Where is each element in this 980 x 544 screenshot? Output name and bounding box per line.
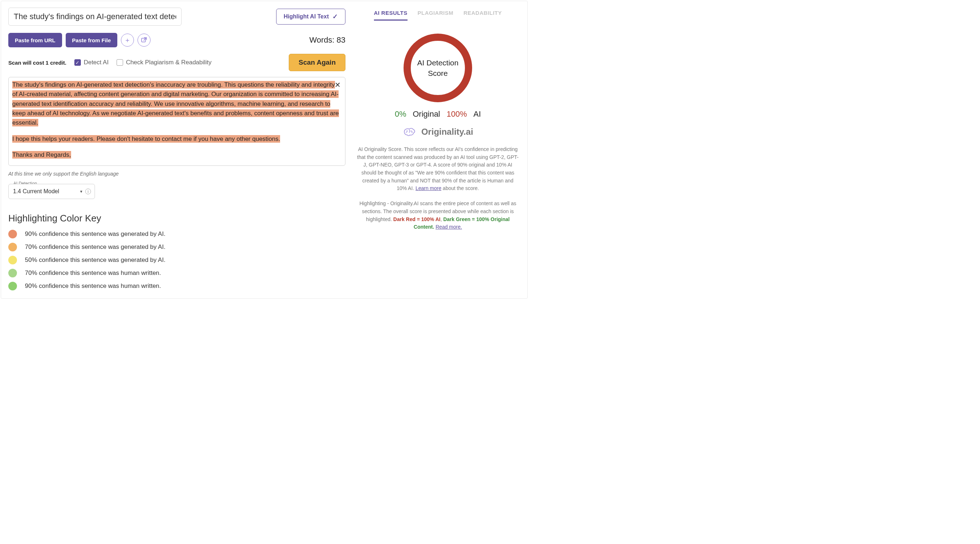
content-textarea[interactable]: ✕ The study's findings on AI-generated t…	[8, 77, 345, 166]
language-note: At this time we only support the English…	[8, 171, 345, 177]
score-desc-a: AI Originality Score. This score reflect…	[357, 146, 519, 191]
model-select[interactable]: 1.4 Current Model ▾ i	[8, 184, 95, 199]
highlight-ai-text-label: Highlight AI Text	[284, 13, 329, 20]
word-count-label: Words:	[309, 35, 334, 45]
content-paragraph-1: The study's findings on AI-generated tex…	[12, 80, 342, 128]
checkbox-unchecked-icon	[116, 59, 123, 66]
svg-rect-0	[142, 38, 145, 42]
paragraph-gap	[12, 144, 342, 150]
brand-line: Originality.ai	[402, 127, 473, 137]
learn-more-link[interactable]: Learn more	[415, 185, 441, 191]
highlight-ai-text-button[interactable]: Highlight AI Text ✓	[276, 9, 345, 25]
score-description: AI Originality Score. This score reflect…	[356, 145, 520, 193]
check-plag-checkbox[interactable]: Check Plagiarism & Readability	[116, 59, 212, 66]
title-row: Highlight AI Text ✓	[8, 8, 345, 26]
close-icon: ✕	[335, 80, 341, 91]
original-percent: 0%	[395, 110, 406, 119]
swatch-orange-icon	[8, 243, 17, 251]
color-key-item: 90% confidence this sentence was human w…	[8, 282, 345, 290]
color-key-item: 70% confidence this sentence was human w…	[8, 269, 345, 278]
credit-cost: Scan will cost 1 credit.	[8, 60, 67, 66]
paste-from-url-button[interactable]: Paste from URL	[8, 33, 62, 47]
dark-red-label: Dark Red = 100% AI	[393, 216, 441, 222]
read-more-link[interactable]: Read more.	[436, 224, 462, 230]
content-paragraph-3: Thanks and Regards,	[12, 150, 342, 160]
color-key-item: 90% confidence this sentence was generat…	[8, 230, 345, 238]
highlighted-text: Thanks and Regards,	[12, 151, 71, 159]
tab-ai-results[interactable]: AI RESULTS	[374, 10, 407, 21]
color-key-list: 90% confidence this sentence was generat…	[8, 230, 345, 290]
clear-content-button[interactable]: ✕	[333, 80, 342, 89]
word-count-value: 83	[337, 35, 345, 45]
color-key-text: 70% confidence this sentence was human w…	[25, 270, 161, 277]
score-line: 0% Original 100% AI	[395, 110, 481, 119]
swatch-green-icon	[8, 282, 17, 290]
toolbar-row: Paste from URL Paste from File ＋ Words: …	[8, 33, 345, 47]
score-ring-wrap: AI Detection Score 0% Original 100% AI O…	[356, 34, 520, 137]
add-button[interactable]: ＋	[121, 34, 134, 46]
detect-ai-label: Detect AI	[84, 59, 109, 66]
color-key-text: 50% confidence this sentence was generat…	[25, 257, 165, 264]
plus-icon: ＋	[124, 36, 130, 45]
ring-title-a: AI Detection	[417, 57, 458, 68]
ai-percent: 100%	[447, 110, 467, 119]
color-key-text: 70% confidence this sentence was generat…	[25, 244, 165, 251]
check-plag-label: Check Plagiarism & Readability	[126, 59, 212, 66]
detect-ai-checkbox[interactable]: Detect AI	[74, 59, 109, 66]
tab-readability[interactable]: READABILITY	[463, 10, 502, 21]
swatch-yellow-icon	[8, 256, 17, 265]
highlighted-text: I hope this helps your readers. Please d…	[12, 135, 280, 143]
paragraph-gap	[12, 128, 342, 134]
scan-again-button[interactable]: Scan Again	[289, 54, 345, 71]
result-tabs: AI RESULTS PLAGIARISM READABILITY	[356, 10, 520, 21]
model-select-value: 1.4 Current Model	[13, 188, 59, 195]
options-row: Scan will cost 1 credit. Detect AI Check…	[8, 54, 345, 71]
ring-title-b: Score	[417, 68, 458, 78]
score-desc-b: about the score.	[443, 185, 479, 191]
check-icon: ✓	[332, 13, 338, 21]
tab-plagiarism[interactable]: PLAGIARISM	[418, 10, 453, 21]
highlighting-description: Highlighting - Originality.AI scans the …	[356, 200, 520, 231]
right-panel: AI RESULTS PLAGIARISM READABILITY AI Det…	[354, 8, 520, 290]
title-input[interactable]	[8, 8, 181, 26]
chevron-down-icon: ▾	[80, 189, 82, 194]
export-button[interactable]	[137, 34, 151, 46]
color-key-text: 90% confidence this sentence was human w…	[25, 282, 161, 290]
model-select-wrap: AI Detection 1.4 Current Model ▾ i	[8, 184, 95, 199]
ai-detection-score-ring: AI Detection Score	[404, 34, 472, 102]
color-key-item: 50% confidence this sentence was generat…	[8, 256, 345, 265]
paste-from-file-button[interactable]: Paste from File	[66, 33, 118, 47]
brand-name: Originality.ai	[421, 127, 473, 137]
color-key-item: 70% confidence this sentence was generat…	[8, 243, 345, 251]
share-arrow-icon	[141, 37, 147, 43]
brain-icon	[402, 127, 417, 137]
info-icon[interactable]: i	[85, 188, 91, 194]
color-key-title: Highlighting Color Key	[8, 213, 345, 224]
left-panel: Highlight AI Text ✓ Paste from URL Paste…	[8, 8, 354, 290]
word-count: Words: 83	[309, 35, 345, 45]
color-key-text: 90% confidence this sentence was generat…	[25, 230, 165, 238]
app-root: Highlight AI Text ✓ Paste from URL Paste…	[1, 1, 528, 299]
original-label: Original	[412, 110, 440, 119]
swatch-light-green-icon	[8, 269, 17, 278]
checkbox-checked-icon	[74, 59, 81, 66]
ai-label: AI	[474, 110, 481, 119]
content-paragraph-2: I hope this helps your readers. Please d…	[12, 134, 342, 144]
swatch-red-icon	[8, 230, 17, 238]
highlighted-text: The study's findings on AI-generated tex…	[12, 81, 339, 126]
sep: ,	[441, 216, 443, 222]
